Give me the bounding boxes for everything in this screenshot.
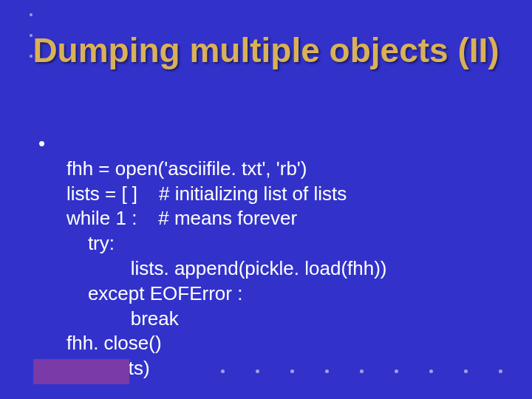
bullet-icon: •: [38, 132, 66, 381]
code-line: break: [66, 307, 179, 330]
code-line: lists. append(pickle. load(fhh)): [66, 257, 387, 279]
slide-content: • fhh = open('asciifile. txt', 'rb') lis…: [38, 132, 511, 381]
code-line: fhh = open('asciifile. txt', 'rb'): [66, 157, 307, 180]
code-line: fhh. close(): [66, 332, 162, 354]
code-line: try:: [66, 232, 115, 254]
decorative-dots-bottom: [221, 369, 502, 373]
code-block: fhh = open('asciifile. txt', 'rb') lists…: [66, 132, 387, 381]
code-line: except EOFError :: [66, 282, 242, 304]
code-line: lists = [ ] # initializing list of lists: [66, 183, 347, 205]
decorative-bar: [33, 359, 129, 384]
code-line: while 1 : # means forever: [66, 207, 297, 229]
slide-title: Dumping multiple objects (II): [0, 31, 532, 70]
